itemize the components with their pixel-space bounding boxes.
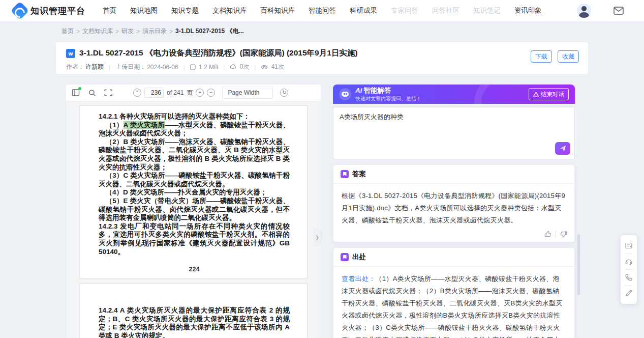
meta-divider: | — [183, 64, 185, 71]
source-item: 查看出处：（1）A类火灾场所——水型灭火器、磷酸铵盐干粉灭火器、泡沫灭火器或卤代… — [342, 273, 566, 338]
question-input[interactable]: A类场所灭火器的种类 — [333, 107, 575, 159]
author-value: 许新颖 — [85, 63, 104, 71]
source-icon — [341, 253, 349, 261]
viewer-toolbar: ⌃ of 241 页 + − Page Width ↻ — [66, 84, 321, 101]
upload-date: 2024-06-06 — [147, 64, 178, 71]
nav-item-doc-library[interactable]: 文档知识库 — [212, 6, 247, 15]
page-unit-label: 页 — [187, 89, 193, 97]
alert-triangle-icon — [533, 92, 539, 97]
nav-item-smart-qa[interactable]: 智能问答 — [309, 6, 336, 15]
breadcrumb-demo-dir[interactable]: 演示目录 — [142, 27, 167, 36]
breadcrumb-rd[interactable]: 研发 — [121, 27, 134, 36]
breadcrumb-separator: > — [115, 28, 119, 35]
send-button[interactable] — [555, 142, 570, 155]
doc-text: （1） — [106, 121, 124, 129]
ai-panel-title: Ai智能解答 — [355, 87, 421, 95]
feedback-divider — [556, 231, 556, 237]
answer-text: 根据《3-1.DL 5027-2015《电力设备典型消防规程》(国家能源局)(2… — [333, 184, 574, 231]
view-source-link[interactable]: 查看出处： — [342, 275, 376, 283]
document-page-2: 14.2.4 A 类火灾场所灭火器的最大保护距离应符合表 2 的规定；B、C 类… — [79, 284, 308, 338]
collapse-panel-handle[interactable]: ❯ — [314, 229, 321, 246]
zoom-in-icon[interactable]: + — [196, 89, 204, 97]
source-text: （1）A类火灾场所——水型灭火器、磷酸铵盐干粉灭火器、泡沫灭火器或卤代烷灭火器；… — [342, 275, 563, 338]
pencil-icon[interactable] — [621, 286, 637, 301]
zoom-mode-select[interactable]: Page Width — [222, 87, 273, 99]
document-meta: 作者：许新颖 | 上传日期：2024-06-06 | 1.2 MB | 0次 |… — [66, 63, 578, 71]
meta-divider: | — [254, 64, 256, 71]
doc-paragraph: 14.2.4 A 类火灾场所灭火器的最大保护距离应符合表 2 的规定；B、C 类… — [99, 306, 290, 338]
nav-item-qa-community[interactable]: 问答社区 — [432, 6, 459, 15]
breadcrumb-separator: > — [76, 28, 80, 35]
phone-icon[interactable] — [621, 270, 637, 285]
breadcrumb-separator: > — [169, 28, 173, 35]
headset-icon[interactable] — [621, 254, 637, 269]
download-count: 0次 — [239, 63, 249, 70]
thumbnail-panel-icon[interactable] — [71, 88, 80, 97]
doc-paragraph: （2）B 类火灾场所——泡沫灭火器、碳酸氢钠干粉灭火器、磷酸铵盐干粉灭火器、二氧… — [99, 138, 290, 172]
status-dot — [78, 87, 81, 90]
doc-paragraph: （4）D 类火灾场所——扑灭金属火灾的专用灭火器； — [99, 188, 290, 197]
author-label: 作者： — [66, 63, 84, 71]
user-avatar[interactable] — [577, 4, 591, 18]
nav-item-expert-qa[interactable]: 专家问答 — [391, 6, 418, 15]
ai-badge: Ai — [355, 87, 362, 94]
source-title: 出处 — [352, 252, 366, 262]
thumbs-up-icon[interactable] — [544, 231, 551, 238]
doc-paragraph: （3）C 类火灾场所——磷酸铵盐干粉灭火器、碳酸氢钠干粉灭火器、二氧化碳灭火器或… — [99, 172, 290, 188]
search-icon[interactable] — [87, 88, 97, 97]
fit-width-icon[interactable] — [104, 88, 113, 97]
nav-item-notes[interactable]: 知识笔记 — [473, 6, 501, 15]
eye-icon — [261, 65, 268, 70]
breadcrumb-home[interactable]: 首页 — [62, 27, 74, 36]
ai-panel-subtitle: 快速对文章内容提问、总结！ — [355, 96, 421, 101]
word-file-icon: w — [66, 49, 75, 58]
breadcrumb: 首页> 文档知识库> 研发> 演示目录> 3-1.DL 5027-2015 《电… — [62, 27, 244, 36]
meta-divider: | — [223, 64, 225, 71]
nav-menu: 首页 知识地图 知识专题 文档知识库 百科知识库 智能问答 科研成果 专家问答 … — [103, 6, 542, 15]
brand[interactable]: 知识管理平台 — [13, 4, 103, 17]
nav-item-wiki-library[interactable]: 百科知识库 — [261, 6, 295, 15]
answer-card: 答案 根据《3-1.DL 5027-2015《电力设备典型消防规程》(国家能源局… — [333, 164, 575, 242]
prev-page-icon[interactable]: ⌃ — [133, 89, 141, 97]
nav-item-home[interactable]: 首页 — [103, 6, 116, 15]
robot-icon — [339, 88, 351, 100]
download-button[interactable]: 下载 — [531, 50, 552, 63]
answer-title: 答案 — [352, 170, 366, 179]
favorite-button[interactable]: 收藏 — [558, 50, 579, 63]
mail-icon[interactable] — [614, 7, 624, 15]
answer-feedback — [333, 231, 574, 242]
panel-scrollbar[interactable] — [577, 234, 580, 295]
ai-panel-header: Ai智能解答 快速对文章内容提问、总结！ 结束对话 — [333, 84, 575, 104]
nav-item-research[interactable]: 科研成果 — [350, 6, 377, 15]
rotate-icon[interactable]: ↻ — [280, 89, 288, 97]
thumbs-down-icon[interactable] — [560, 231, 567, 238]
note-icon[interactable] — [621, 238, 637, 254]
breadcrumb-doc-library[interactable]: 文档知识库 — [82, 27, 113, 36]
chevron-right-icon: ❯ — [315, 235, 319, 240]
end-dialog-button[interactable]: 结束对话 — [529, 88, 569, 100]
viewer-canvas[interactable]: 14.2.1 各种火灾场所可以选择的灭火器种类如下： （1）A 类火灾场所——水… — [66, 101, 321, 338]
document-viewer: ⌃ of 241 页 + − Page Width ↻ 14.2.1 各种火灾场… — [66, 84, 321, 338]
file-icon — [190, 64, 196, 70]
page-number-input[interactable] — [144, 88, 164, 98]
zoom-out-icon[interactable]: − — [207, 89, 215, 97]
nav-right — [577, 4, 631, 18]
question-text: A类场所灭火器的种类 — [340, 112, 568, 122]
upload-label: 上传日期： — [115, 63, 146, 71]
answer-icon — [341, 170, 349, 178]
view-count: 41次 — [271, 63, 284, 70]
nav-item-knowledge-map[interactable]: 知识地图 — [130, 6, 158, 15]
page-controls: ⌃ of 241 页 + − — [133, 88, 215, 98]
doc-paragraph: 14.2.3 发电厂和变电站同一场所存在不同种类火灾的情况较多，宜选用可扑灭多类… — [99, 222, 290, 256]
doc-paragraph: （1）A 类火灾场所——水型灭火器、磷酸铵盐干粉灭火器、泡沫灭火器或卤代烷灭火器… — [99, 121, 290, 138]
end-dialog-label: 结束对话 — [541, 91, 564, 98]
doc-paragraph: （5）E 类火灾（带电火灾）场所——磷酸铵盐干粉灭火器、碳酸氢钠干粉灭火器、卤代… — [99, 197, 290, 222]
source-card: 出处 查看出处：（1）A类火灾场所——水型灭火器、磷酸铵盐干粉灭火器、泡沫灭火器… — [333, 247, 575, 338]
nav-item-knowledge-topics[interactable]: 知识专题 — [171, 6, 199, 15]
breadcrumb-separator: > — [136, 28, 140, 35]
floating-toolbar — [621, 235, 637, 304]
meta-divider: | — [109, 64, 110, 71]
page-total-label: of 241 — [167, 89, 183, 96]
document-page-1: 14.2.1 各种火灾场所可以选择的灭火器种类如下： （1）A 类火灾场所——水… — [79, 105, 308, 278]
nav-item-news[interactable]: 资讯印象 — [514, 6, 542, 15]
